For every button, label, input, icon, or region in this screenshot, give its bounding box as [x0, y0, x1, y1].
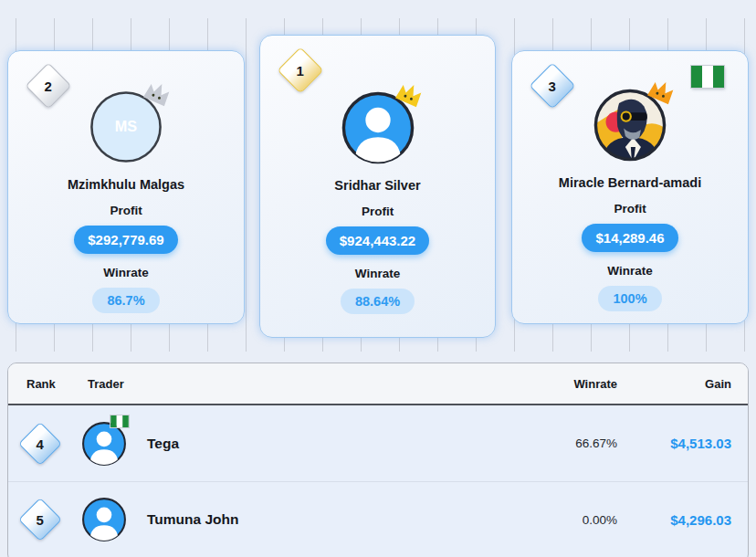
avatar: MS: [89, 89, 163, 164]
podium-card-rank2[interactable]: 2 MS Mzimkhulu Malgas Profit $292,779.69…: [7, 50, 245, 324]
profit-value-pill: $14,289.46: [582, 224, 677, 252]
winrate-label: Winrate: [103, 266, 148, 279]
header-rank: Rank: [8, 377, 72, 391]
podium-card-rank3[interactable]: 3 Miracle Bernard-amadi Profit $14,289.4…: [511, 50, 749, 324]
rank-number: 3: [549, 79, 556, 94]
profit-value-pill: $924,443.22: [326, 226, 429, 255]
avatar: [81, 421, 127, 467]
podium-card-rank1[interactable]: 1 Sridhar Silver Profit $924,443.22 Winr…: [259, 35, 496, 338]
profit-label: Profit: [110, 204, 142, 217]
winrate-value: 66.67%: [529, 436, 634, 450]
profit-label: Profit: [362, 205, 394, 218]
rank-number: 1: [297, 63, 304, 79]
profit-value-pill: $292,779.69: [74, 226, 177, 254]
rank-badge-blue: 4: [18, 421, 62, 465]
trader-name: Miracle Bernard-amadi: [559, 175, 701, 190]
trader-name: Mzimkhulu Malgas: [68, 177, 184, 192]
rank-number: 2: [45, 79, 52, 94]
avatar: [593, 88, 667, 163]
trader-name: Tumuna John: [147, 511, 238, 528]
winrate-value-pill: 86.7%: [92, 288, 159, 313]
header-trader: Trader: [72, 377, 529, 391]
person-avatar: [81, 497, 127, 542]
winrate-value-pill: 88.64%: [341, 289, 415, 314]
table-row-rank5[interactable]: 5 Tumuna John 0.00% $4,296.03: [8, 481, 748, 557]
header-winrate: Winrate: [529, 377, 634, 391]
avatar: [341, 90, 415, 165]
rank-number: 5: [37, 512, 44, 528]
header-gain: Gain: [634, 377, 748, 391]
rank-number: 4: [37, 436, 44, 451]
trader-name: Tega: [147, 436, 179, 452]
rank-badge-silver: 2: [26, 63, 72, 110]
profit-label: Profit: [614, 202, 646, 215]
table-header-row: Rank Trader Winrate Gain: [8, 363, 748, 405]
winrate-label: Winrate: [355, 267, 400, 280]
winrate-value-pill: 100%: [598, 286, 661, 311]
table-row-rank4[interactable]: 4 Tega 66.67% $4,513.03: [8, 405, 748, 481]
leaderboard-table: Rank Trader Winrate Gain 4 Tega 66.67% $…: [7, 363, 749, 557]
gain-value: $4,296.03: [634, 512, 748, 528]
winrate-value: 0.00%: [529, 513, 634, 527]
person-avatar: [81, 421, 127, 467]
rank-badge-blue: 3: [530, 63, 576, 110]
winrate-label: Winrate: [607, 264, 652, 278]
avatar-initials: MS: [115, 118, 138, 134]
rank-badge-gold: 1: [278, 47, 324, 94]
avatar: [81, 497, 127, 542]
nigeria-flag-icon: [691, 66, 724, 88]
nigeria-flag-icon: [110, 415, 129, 427]
rank-badge-blue: 5: [18, 498, 62, 541]
trader-name: Sridhar Silver: [334, 178, 420, 193]
gain-value: $4,513.03: [634, 436, 748, 451]
